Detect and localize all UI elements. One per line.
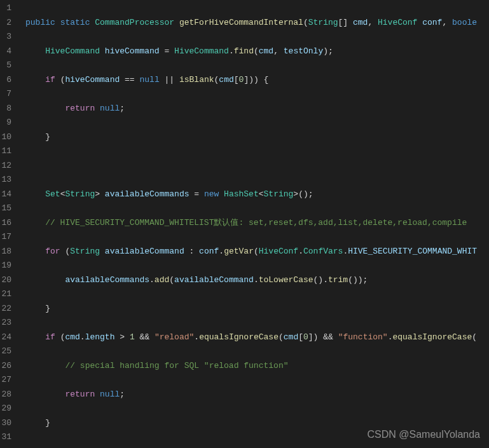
line-number: 30 — [0, 416, 11, 431]
line-number: 10 — [0, 130, 11, 145]
line-number: 31 — [0, 430, 11, 445]
line-number: 4 — [0, 44, 11, 59]
line-number: 1 — [0, 1, 11, 16]
line-number: 25 — [0, 344, 11, 359]
code-line[interactable]: } — [25, 302, 477, 316]
code-line[interactable]: Set<String> availableCommands = new Hash… — [25, 187, 477, 202]
code-line[interactable]: // special handling for SQL "reload func… — [25, 359, 477, 374]
line-number: 17 — [0, 230, 11, 245]
line-number: 23 — [0, 316, 11, 330]
line-number: 18 — [0, 245, 11, 259]
code-area[interactable]: public static CommandProcessor getForHiv… — [18, 0, 477, 448]
line-number: 14 — [0, 187, 11, 202]
code-line[interactable]: return null; — [25, 102, 477, 116]
line-number: 22 — [0, 302, 11, 316]
line-number: 19 — [0, 259, 11, 273]
line-number: 20 — [0, 273, 11, 288]
line-number: 7 — [0, 87, 11, 102]
code-line[interactable]: // HIVE_SECURITY_COMMAND_WHITELIST默认值: s… — [25, 216, 477, 231]
code-line[interactable]: if (cmd.length > 1 && "reload".equalsIgn… — [25, 330, 477, 345]
code-line[interactable]: } — [25, 130, 477, 145]
line-number: 6 — [0, 73, 11, 88]
line-number: 11 — [0, 144, 11, 159]
line-number: 28 — [0, 388, 11, 402]
line-number: 15 — [0, 201, 11, 216]
line-number: 21 — [0, 287, 11, 302]
line-number: 27 — [0, 373, 11, 388]
code-line[interactable]: for (String availableCommand : conf.getV… — [25, 245, 477, 259]
line-number: 9 — [0, 116, 11, 130]
line-number-gutter: 1 2 3 4 5 6 7 8 9 10 11 12 13 14 15 16 1… — [0, 0, 18, 448]
code-line[interactable]: } — [25, 416, 477, 431]
line-number: 29 — [0, 402, 11, 416]
code-line[interactable]: public static CommandProcessor getForHiv… — [25, 16, 477, 31]
code-line[interactable]: availableCommands.add(availableCommand.t… — [25, 273, 477, 288]
code-line[interactable]: HiveCommand hiveCommand = HiveCommand.fi… — [25, 44, 477, 59]
line-number: 12 — [0, 159, 11, 173]
line-number: 26 — [0, 359, 11, 374]
line-number: 13 — [0, 173, 11, 187]
code-line[interactable] — [25, 159, 477, 173]
line-number: 24 — [0, 330, 11, 345]
line-number: 5 — [0, 58, 11, 73]
line-number: 3 — [0, 30, 11, 44]
line-number: 16 — [0, 216, 11, 231]
code-line[interactable]: switch (hiveCommand) { — [25, 445, 477, 449]
code-editor: 1 2 3 4 5 6 7 8 9 10 11 12 13 14 15 16 1… — [0, 0, 489, 448]
line-number: 2 — [0, 16, 11, 31]
code-line[interactable]: return null; — [25, 388, 477, 402]
code-line[interactable]: if (hiveCommand == null || isBlank(cmd[0… — [25, 73, 477, 88]
line-number: 8 — [0, 102, 11, 116]
